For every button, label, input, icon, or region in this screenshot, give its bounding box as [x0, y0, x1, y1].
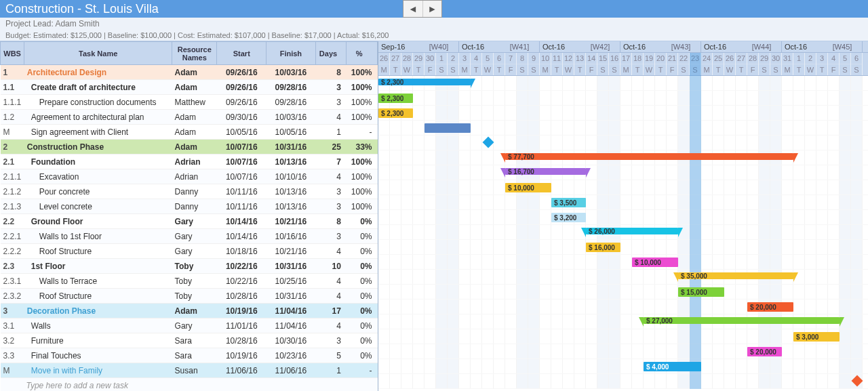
cell-start[interactable]: 10/11/16 [217, 184, 267, 199]
cell-res[interactable]: Sara [172, 348, 217, 363]
task-row[interactable]: 1.2Agreement to architectural planAdam09… [1, 110, 378, 125]
cell-start[interactable]: 10/11/16 [217, 199, 267, 214]
cell-name[interactable]: Walls to Terrace [24, 274, 172, 289]
cell-pct[interactable]: 33% [347, 140, 378, 155]
col-days[interactable]: Days [315, 42, 347, 65]
task-row[interactable]: MSign agreement with ClientAdam10/05/161… [1, 125, 378, 140]
cell-res[interactable]: Adam [172, 304, 217, 318]
cell-res[interactable]: Sara [172, 333, 217, 348]
task-bar[interactable] [425, 123, 471, 133]
cell-finish[interactable]: 10/13/16 [267, 155, 316, 169]
cell-pct[interactable]: 0% [347, 229, 378, 244]
task-bar[interactable]: $ 10,000 [505, 183, 551, 192]
cell-days[interactable]: 1 [315, 363, 347, 378]
cell-name[interactable]: Move in with Family [24, 363, 172, 378]
cell-finish[interactable]: 10/31/16 [267, 289, 316, 304]
cell-res[interactable]: Toby [172, 274, 217, 289]
cell-res[interactable]: Susan [172, 363, 217, 378]
cell-start[interactable]: 09/26/16 [217, 65, 267, 80]
cell-days[interactable]: 3 [315, 184, 347, 199]
cell-name[interactable]: Pour concrete [24, 184, 172, 199]
cell-start[interactable]: 10/07/16 [217, 155, 267, 169]
task-row[interactable]: 1.1Create draft of architectureAdam09/26… [1, 80, 378, 95]
cell-start[interactable]: 10/14/16 [217, 229, 267, 244]
cell-days[interactable]: 4 [315, 244, 347, 259]
cell-start[interactable]: 11/06/16 [217, 363, 267, 378]
cell-name[interactable]: Sign agreement with Client [24, 125, 172, 140]
cell-days[interactable]: 3 [315, 80, 347, 95]
add-task-row[interactable]: Type here to add a new task [1, 378, 378, 392]
cell-days[interactable]: 7 [315, 155, 347, 169]
cell-start[interactable]: 11/01/16 [217, 318, 267, 333]
cell-finish[interactable]: 09/28/16 [267, 95, 316, 110]
cell-days[interactable]: 8 [315, 65, 347, 80]
task-row[interactable]: 2Construction PhaseAdam10/07/1610/31/162… [1, 140, 378, 155]
cell-days[interactable]: 4 [315, 318, 347, 333]
cell-finish[interactable]: 10/21/16 [267, 244, 316, 259]
task-bar[interactable]: $ 20,000 [747, 347, 782, 356]
task-row[interactable]: 2.3.1Walls to TerraceToby10/22/1610/25/1… [1, 274, 378, 289]
task-row[interactable]: 2.2Ground FloorGary10/14/1610/21/1680% [1, 214, 378, 229]
cell-res[interactable]: Toby [172, 259, 217, 274]
nav-prev-button[interactable]: ◄ [403, 1, 422, 17]
cell-res[interactable]: Adam [172, 80, 217, 95]
cell-days[interactable]: 3 [315, 229, 347, 244]
cell-res[interactable]: Adam [172, 110, 217, 125]
cell-name[interactable]: Furniture [24, 333, 172, 348]
task-bar[interactable]: $ 10,000 [632, 258, 678, 267]
cell-name[interactable]: Prepare construction documents [24, 95, 172, 110]
cell-start[interactable]: 10/07/16 [217, 169, 267, 184]
task-row[interactable]: 3.2FurnitureSara10/28/1610/30/1630% [1, 333, 378, 348]
task-bar[interactable]: $ 2,300 [378, 94, 413, 103]
cell-name[interactable]: Roof Structure [24, 244, 172, 259]
cell-res[interactable]: Gary [172, 318, 217, 333]
nav-next-button[interactable]: ► [422, 1, 441, 17]
cell-finish[interactable]: 10/13/16 [267, 199, 316, 214]
task-row[interactable]: 2.2.2Roof StructureGary10/18/1610/21/164… [1, 244, 378, 259]
task-bar[interactable]: $ 20,000 [747, 302, 793, 312]
task-bar[interactable]: $ 16,000 [586, 243, 620, 252]
task-bar[interactable]: $ 3,500 [551, 198, 586, 207]
cell-finish[interactable]: 10/31/16 [267, 259, 316, 274]
cell-pct[interactable]: 0% [347, 244, 378, 259]
cell-days[interactable]: 4 [315, 169, 347, 184]
cell-res[interactable]: Danny [172, 184, 217, 199]
col-res[interactable]: Resource Names [172, 42, 217, 65]
cell-name[interactable]: Architectural Design [24, 65, 172, 80]
cell-days[interactable]: 4 [315, 110, 347, 125]
cell-finish[interactable]: 11/06/16 [267, 363, 316, 378]
cell-start[interactable]: 10/19/16 [217, 348, 267, 363]
cell-days[interactable]: 3 [315, 199, 347, 214]
cell-days[interactable]: 8 [315, 214, 347, 229]
task-row[interactable]: MMove in with FamilySusan11/06/1611/06/1… [1, 363, 378, 378]
task-row[interactable]: 2.31st FloorToby10/22/1610/31/16100% [1, 259, 378, 274]
col-wbs[interactable]: WBS [1, 42, 24, 65]
cell-days[interactable]: 25 [315, 140, 347, 155]
cell-pct[interactable]: 0% [347, 289, 378, 304]
cell-start[interactable]: 10/19/16 [217, 304, 267, 318]
cell-days[interactable]: 3 [315, 95, 347, 110]
cell-name[interactable]: Construction Phase [24, 140, 172, 155]
cell-start[interactable]: 09/30/16 [217, 110, 267, 125]
cell-pct[interactable]: 0% [347, 304, 378, 318]
cell-start[interactable]: 10/07/16 [217, 140, 267, 155]
cell-res[interactable]: Adam [172, 140, 217, 155]
task-row[interactable]: 2.1.2Pour concreteDanny10/11/1610/13/163… [1, 184, 378, 199]
cell-start[interactable]: 10/22/16 [217, 259, 267, 274]
cell-name[interactable]: Level concrete [24, 199, 172, 214]
cell-res[interactable]: Adrian [172, 155, 217, 169]
task-row[interactable]: 3.3Final TouchesSara10/19/1610/23/1650% [1, 348, 378, 363]
col-name[interactable]: Task Name [24, 42, 172, 65]
cell-res[interactable]: Toby [172, 289, 217, 304]
task-row[interactable]: 3.1WallsGary11/01/1611/04/1640% [1, 318, 378, 333]
cell-res[interactable]: Gary [172, 229, 217, 244]
task-row[interactable]: 1.1.1Prepare construction documentsMatth… [1, 95, 378, 110]
task-bar[interactable]: $ 15,000 [678, 287, 724, 297]
cell-days[interactable]: 4 [315, 274, 347, 289]
cell-finish[interactable]: 10/05/16 [267, 125, 316, 140]
cell-name[interactable]: Decoration Phase [24, 304, 172, 318]
cell-finish[interactable]: 10/31/16 [267, 140, 316, 155]
cell-name[interactable]: Ground Floor [24, 214, 172, 229]
cell-pct[interactable]: 100% [347, 199, 378, 214]
task-bar[interactable]: $ 2,300 [378, 108, 413, 118]
